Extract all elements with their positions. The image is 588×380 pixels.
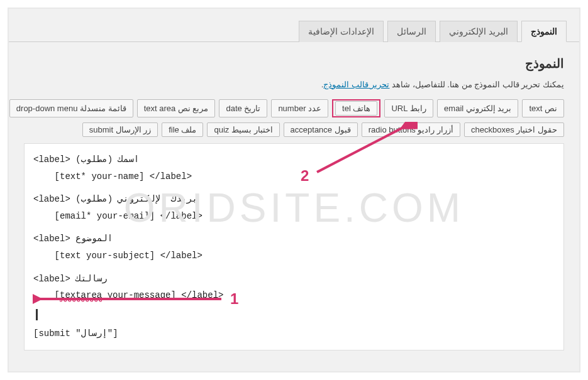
tag-generator: نص text بريد إلكتروني email رابط URL هات… xyxy=(24,99,564,137)
annotation-1: 1 xyxy=(230,290,238,308)
tab-mail[interactable]: البريد الإلكتروني xyxy=(440,21,518,42)
tag-acceptance[interactable]: قبول acceptance xyxy=(284,122,358,137)
tab-additional[interactable]: الإعدادات الإضافية xyxy=(299,21,384,42)
editor-line: <label> اسمك (مطلوب) xyxy=(33,151,555,168)
tag-url[interactable]: رابط URL xyxy=(384,99,433,117)
highlight-box: هاتف tel xyxy=(332,99,380,117)
tag-email[interactable]: بريد إلكتروني email xyxy=(437,99,518,117)
tag-tel[interactable]: هاتف tel xyxy=(335,101,377,116)
editor-line: [textarea your-message] </label> xyxy=(33,287,555,304)
editor-line: [submit "إرسال"] xyxy=(33,325,555,342)
help-text: يمكنك تحرير قالب النموذج من هنا. للتفاصي… xyxy=(24,80,564,89)
editor-line: <label> رسالتك xyxy=(33,271,555,288)
tab-form[interactable]: النموذج xyxy=(521,21,567,42)
editor-line: [text your-subject] </label> xyxy=(33,247,555,264)
tag-textarea[interactable]: مربع نص text area xyxy=(137,99,216,117)
tag-file[interactable]: ملف file xyxy=(162,122,203,137)
tag-row-1: نص text بريد إلكتروني email رابط URL هات… xyxy=(24,99,564,117)
text-cursor xyxy=(36,309,38,320)
tag-checkboxes[interactable]: حقول اختيار checkboxes xyxy=(464,122,564,137)
tag-date[interactable]: تاريخ date xyxy=(219,99,267,117)
tab-messages[interactable]: الرسائل xyxy=(387,21,436,42)
tag-radio[interactable]: أزرار راديو radio buttons xyxy=(362,122,460,137)
editor-line: [text* your-name] </label> xyxy=(33,168,555,185)
editor-cursor-line xyxy=(33,307,555,323)
form-section: النموذج يمكنك تحرير قالب النموذج من هنا.… xyxy=(9,42,579,366)
tag-number[interactable]: عدد number xyxy=(271,99,328,117)
tag-text[interactable]: نص text xyxy=(522,99,564,117)
tabs-bar: النموذج البريد الإلكتروني الرسائل الإعدا… xyxy=(9,9,579,42)
help-link[interactable]: تحرير قالب النموذج xyxy=(323,80,389,89)
editor-line: <label> الموضوع xyxy=(33,231,555,247)
tag-submit[interactable]: زر الإرسال submit xyxy=(82,122,158,137)
section-title: النموذج xyxy=(24,56,564,71)
editor-line: <label> بريدك الإلكتروني (مطلوب) xyxy=(33,191,555,208)
form-editor[interactable]: <label> اسمك (مطلوب) [text* your-name] <… xyxy=(24,143,564,350)
tag-quiz[interactable]: اختبار بسيط quiz xyxy=(207,122,279,137)
tag-dropdown[interactable]: قائمة منسدلة drop-down menu xyxy=(9,99,133,117)
editor-line: [email* your-email] </label> xyxy=(33,208,555,225)
annotation-2: 2 xyxy=(301,167,309,185)
help-prefix: يمكنك تحرير قالب النموذج من هنا. للتفاصي… xyxy=(389,80,564,89)
spellcheck-squiggle: textarea xyxy=(60,290,102,300)
tag-row-2: حقول اختيار checkboxes أزرار راديو radio… xyxy=(24,122,564,137)
